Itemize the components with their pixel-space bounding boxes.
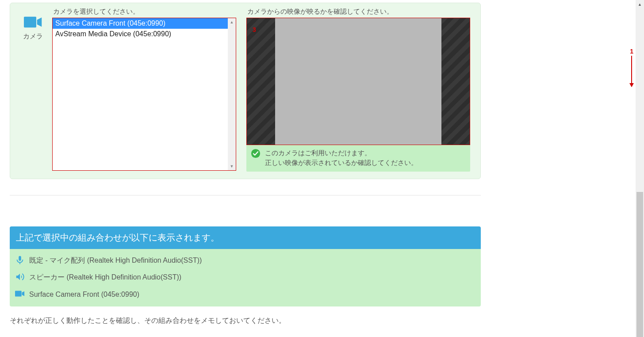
camera-device-listbox[interactable]: Surface Camera Front (045e:0990) AvStrea…: [52, 18, 236, 171]
scroll-up-icon[interactable]: ▲: [636, 0, 644, 8]
preview-letterbox-right: [441, 18, 470, 145]
listbox-scrollbar[interactable]: ▲ ▼: [228, 18, 236, 170]
svg-point-0: [251, 149, 260, 158]
camera-select-column: カメラを選択してください。 Surface Camera Front (045e…: [52, 8, 240, 172]
camera-preview-prompt: カメラからの映像が映るかを確認してください。: [246, 8, 473, 16]
summary-row-mic: 既定 - マイク配列 (Realtek High Definition Audi…: [15, 253, 475, 269]
camera-status-line1: このカメラはご利用いただけます。: [265, 149, 418, 158]
page-content: 2 3 カメラ カメラを選択してください。 Surface Camera Fro…: [0, 0, 636, 337]
preview-letterbox-left: [247, 18, 275, 145]
selection-summary-heading: 上記で選択中の組み合わせが以下に表示されます。: [10, 226, 481, 249]
window-scrollbar[interactable]: ▲ ▼: [636, 0, 644, 337]
camera-icon: [24, 23, 42, 30]
camera-preview: [246, 18, 470, 145]
summary-camera-text: Surface Camera Front (045e:0990): [29, 291, 139, 299]
annotation-1-label: 1: [630, 48, 633, 55]
camera-status-bar: このカメラはご利用いただけます。 正しい映像が表示されているか確認してください。: [246, 145, 470, 172]
scroll-down-icon[interactable]: ▼: [228, 162, 236, 170]
summary-row-speaker: スピーカー (Realtek High Definition Audio(SST…: [15, 269, 475, 286]
summary-mic-text: 既定 - マイク配列 (Realtek High Definition Audi…: [29, 256, 202, 265]
scroll-thumb[interactable]: [636, 192, 643, 337]
check-circle-icon: [251, 149, 261, 160]
summary-speaker-text: スピーカー (Realtek High Definition Audio(SST…: [29, 273, 181, 282]
selection-summary-body: 既定 - マイク配列 (Realtek High Definition Audi…: [10, 249, 481, 306]
summary-row-camera: Surface Camera Front (045e:0990): [15, 286, 475, 303]
camera-settings-card: 2 3 カメラ カメラを選択してください。 Surface Camera Fro…: [10, 3, 481, 179]
camera-device-list: Surface Camera Front (045e:0990) AvStrea…: [53, 18, 228, 170]
annotation-3: 3: [253, 26, 256, 33]
preview-video-placeholder: [275, 18, 441, 145]
scroll-up-icon[interactable]: ▲: [228, 18, 236, 26]
selection-summary: 上記で選択中の組み合わせが以下に表示されます。 既定 - マイク配列 (Real…: [10, 226, 481, 306]
camera-device-option[interactable]: AvStream Media Device (045e:0990): [53, 29, 228, 39]
scroll-track[interactable]: [636, 8, 644, 329]
speaker-icon: [15, 272, 25, 283]
camera-heading: カメラ: [17, 8, 49, 172]
camera-status-line2: 正しい映像が表示されているか確認してください。: [265, 158, 418, 168]
annotation-1: 1: [630, 48, 633, 87]
camera-select-prompt: カメラを選択してください。: [52, 8, 240, 16]
annotation-1-arrow-icon: [631, 56, 632, 87]
camera-label: カメラ: [17, 32, 49, 41]
camera-icon: [15, 289, 25, 300]
camera-status-text: このカメラはご利用いただけます。 正しい映像が表示されているか確認してください。: [265, 149, 418, 168]
section-divider: [10, 195, 481, 195]
camera-preview-column: カメラからの映像が映るかを確認してください。 このカメラはご利用いただけます。 …: [246, 8, 473, 172]
camera-device-option[interactable]: Surface Camera Front (045e:0990): [53, 18, 228, 29]
microphone-icon: [15, 255, 25, 267]
footnote-text: それぞれが正しく動作したことを確認し、その組み合わせをメモしておいてください。: [10, 316, 627, 326]
